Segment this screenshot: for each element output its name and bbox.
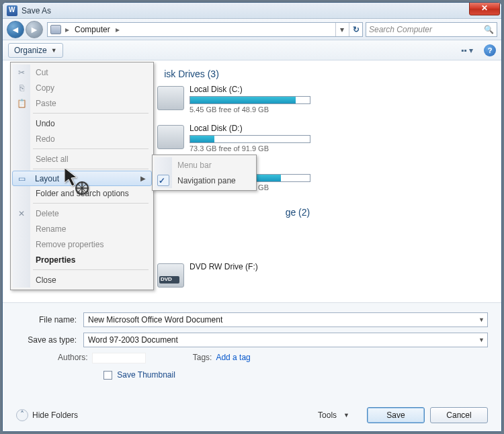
save-type-label: Save as type: — [16, 335, 83, 345]
organize-button[interactable]: Organize ▼ — [8, 43, 63, 58]
drive-label: Local Disk (C:) — [190, 85, 312, 94]
authors-input[interactable] — [92, 353, 146, 363]
drive-label: Local Disk (D:) — [190, 124, 312, 133]
titlebar: Save As ✕ — [3, 3, 501, 19]
close-button[interactable]: ✕ — [469, 2, 500, 15]
menu-properties[interactable]: Properties — [13, 252, 151, 267]
breadcrumb-sep-icon: ▸ — [114, 25, 121, 34]
save-as-dialog: Save As ✕ ◄ ► ▸ Computer ▸ ▾ ↻ Search Co… — [2, 2, 502, 432]
save-type-select[interactable]: Word 97-2003 Document▼ — [83, 333, 488, 347]
address-dropdown[interactable]: ▾ — [335, 23, 347, 36]
computer-icon — [50, 25, 61, 34]
drive-c[interactable]: Local Disk (C:) 5.45 GB free of 48.9 GB — [157, 85, 312, 121]
chevron-down-icon[interactable]: ▼ — [478, 316, 485, 323]
save-thumbnail-checkbox[interactable] — [103, 371, 112, 380]
hard-disk-icon — [157, 125, 184, 149]
drive-dvd[interactable]: DVD RW Drive (F:) — [157, 262, 312, 298]
word-app-icon — [7, 5, 17, 16]
drive-free-text: 5.45 GB free of 48.9 GB — [190, 105, 312, 114]
menu-copy[interactable]: ⎘Copy — [13, 80, 151, 95]
chevron-down-icon[interactable]: ▼ — [478, 337, 485, 343]
hard-disk-icon — [157, 86, 184, 110]
authors-label: Authors: — [58, 353, 88, 363]
add-tag-link[interactable]: Add a tag — [216, 353, 250, 363]
drive-usage-bar — [190, 135, 310, 143]
save-form-area: File name: New Microsoft Office Word Doc… — [3, 302, 501, 431]
cancel-button[interactable]: Cancel — [430, 407, 488, 423]
forward-button[interactable]: ► — [26, 21, 43, 38]
menu-rename[interactable]: Rename — [13, 221, 151, 236]
drive-usage-bar — [190, 96, 310, 104]
view-options-button[interactable]: ▪▪ ▾ — [457, 44, 477, 57]
scissors-icon: ✂ — [16, 68, 27, 77]
tags-label: Tags: — [193, 353, 212, 363]
paste-icon: 📋 — [16, 99, 27, 108]
breadcrumb-sep-icon: ▸ — [64, 25, 71, 34]
search-icon: 🔍 — [484, 25, 494, 34]
back-button[interactable]: ◄ — [7, 21, 24, 38]
address-bar[interactable]: ▸ Computer ▸ ▾ ↻ — [47, 22, 363, 37]
layout-icon: ▭ — [16, 174, 27, 183]
help-button[interactable]: ? — [484, 44, 496, 56]
hide-folders-button[interactable]: ˄ Hide Folders — [16, 409, 78, 421]
menu-close[interactable]: Close — [13, 272, 151, 288]
menu-delete[interactable]: ✕Delete — [13, 206, 151, 221]
organize-label: Organize — [14, 46, 47, 55]
drive-label: DVD RW Drive (F:) — [190, 262, 312, 271]
save-button[interactable]: Save — [367, 407, 425, 423]
search-placeholder: Search Computer — [369, 25, 432, 34]
menu-cut[interactable]: ✂Cut — [13, 64, 151, 80]
tools-dropdown[interactable]: Tools▼ — [318, 410, 349, 420]
file-name-label: File name: — [16, 315, 83, 324]
organize-context-menu: ✂Cut ⎘Copy 📋Paste Undo Redo Select all ▭… — [10, 62, 154, 290]
menu-redo[interactable]: Redo — [13, 131, 151, 146]
chevron-up-icon: ˄ — [16, 409, 28, 421]
window-title: Save As — [22, 6, 51, 15]
delete-icon: ✕ — [16, 209, 27, 218]
menu-select-all[interactable]: Select all — [13, 151, 151, 167]
breadcrumb-computer[interactable]: Computer — [71, 25, 114, 34]
toolbar: Organize ▼ ▪▪ ▾ ? — [3, 40, 501, 60]
chevron-down-icon: ▼ — [343, 412, 349, 419]
menu-remove-properties[interactable]: Remove properties — [13, 236, 151, 252]
removable-section-header: Devices with Removable Storage (2) — [157, 207, 488, 218]
chevron-down-icon: ▼ — [51, 47, 57, 54]
menu-undo[interactable]: Undo — [13, 116, 151, 131]
submenu-menu-bar[interactable]: Menu bar — [155, 157, 254, 173]
navigation-bar: ◄ ► ▸ Computer ▸ ▾ ↻ Search Computer 🔍 — [3, 19, 501, 40]
chevron-right-icon: ▶ — [140, 175, 146, 182]
dvd-drive-icon — [157, 263, 184, 288]
drives-section-header: Disk Drives (3) — [157, 69, 488, 79]
copy-icon: ⎘ — [16, 83, 27, 93]
checkmark-icon: ✓ — [159, 176, 165, 185]
file-name-input[interactable]: New Microsoft Office Word Document▼ — [83, 312, 488, 327]
menu-paste[interactable]: 📋Paste — [13, 95, 151, 111]
submenu-navigation-pane[interactable]: ✓Navigation pane — [155, 173, 254, 188]
layout-submenu: Menu bar ✓Navigation pane — [152, 155, 257, 191]
menu-folder-options[interactable]: Folder and search options — [13, 185, 151, 201]
save-thumbnail-label: Save Thumbnail — [117, 370, 175, 380]
drive-free-text: 73.3 GB free of 91.9 GB — [190, 144, 312, 153]
search-input[interactable]: Search Computer 🔍 — [366, 22, 497, 37]
menu-layout[interactable]: ▭Layout▶ — [12, 171, 152, 186]
refresh-button[interactable]: ↻ — [349, 23, 362, 36]
